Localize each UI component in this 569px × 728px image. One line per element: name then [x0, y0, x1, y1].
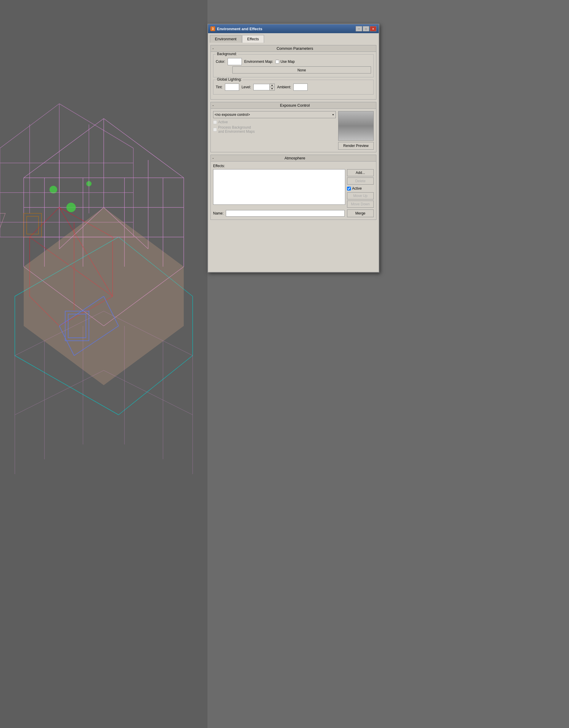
exposure-dropdown[interactable]: <no exposure control> ▼: [213, 111, 336, 118]
render-preview-button[interactable]: Render Preview: [338, 142, 374, 150]
ambient-color-swatch[interactable]: [293, 84, 308, 91]
atmosphere-active-label: Active: [352, 186, 362, 191]
exposure-checkboxes: Active Process Backgroundand Environment…: [213, 120, 336, 134]
tab-effects[interactable]: Effects: [242, 35, 264, 43]
exposure-title: Exposure Control: [215, 103, 374, 108]
common-params-body: Background: Color: Environment Map: Use …: [211, 52, 376, 99]
level-input[interactable]: 1,0: [253, 84, 270, 90]
name-input[interactable]: [226, 210, 345, 217]
section-atmosphere: - Atmosphere Effects: Add... Delete: [210, 155, 376, 220]
global-lighting-legend: Global Lighting:: [216, 77, 243, 81]
active-checkbox-row: Active: [213, 120, 336, 124]
move-up-button[interactable]: Move Up: [347, 192, 374, 199]
atmosphere-minus: -: [212, 156, 214, 160]
spinner-up[interactable]: ▲: [270, 84, 274, 87]
process-bg-row: Process Backgroundand Environment Maps: [213, 125, 336, 134]
svg-point-39: [67, 203, 76, 212]
atmosphere-header[interactable]: - Atmosphere: [211, 155, 376, 161]
exposure-left: <no exposure control> ▼ Active Proce: [213, 111, 336, 134]
svg-point-37: [50, 186, 57, 193]
delete-button[interactable]: Delete: [347, 177, 374, 185]
effects-list-label: Effects:: [213, 164, 374, 168]
env-map-row: None: [216, 66, 371, 73]
level-spinner: 1,0 ▲ ▼: [253, 84, 275, 91]
exposure-header[interactable]: - Exposure Control: [211, 102, 376, 109]
use-map-group: Use Map: [275, 60, 295, 64]
use-map-label: Use Map: [280, 60, 295, 64]
app-icon: 3: [210, 26, 215, 31]
exposure-minus: -: [212, 103, 214, 108]
render-preview-box: [338, 111, 374, 141]
viewport-background: [0, 0, 207, 728]
common-params-minus: -: [212, 47, 214, 51]
active-checkbox-atmosphere: Active: [347, 186, 374, 191]
exposure-right: Render Preview: [338, 111, 374, 150]
dropdown-arrow-icon: ▼: [332, 113, 334, 116]
exposure-active-checkbox[interactable]: [213, 120, 217, 124]
section-exposure: - Exposure Control <no exposure control>…: [210, 102, 376, 152]
tint-color-swatch[interactable]: [225, 84, 239, 91]
dialog-window: 3 Environment and Effects ─ □ ✕ Environm…: [207, 24, 379, 273]
use-map-checkbox[interactable]: [275, 60, 279, 64]
tab-environment[interactable]: Environment: [210, 35, 242, 43]
color-label: Color:: [216, 60, 225, 64]
title-controls: ─ □ ✕: [356, 26, 376, 31]
title-bar: 3 Environment and Effects ─ □ ✕: [208, 24, 379, 33]
effects-list[interactable]: [213, 169, 345, 205]
spinner-down[interactable]: ▼: [270, 87, 274, 90]
atmosphere-title: Atmosphere: [215, 156, 374, 160]
background-color-swatch[interactable]: [228, 58, 242, 65]
dialog-title: Environment and Effects: [217, 27, 262, 31]
exposure-dropdown-value: <no exposure control>: [215, 113, 250, 117]
atmosphere-body: Effects: Add... Delete Active: [211, 161, 376, 220]
process-bg-checkbox[interactable]: [213, 128, 217, 132]
section-common-params: - Common Parameters Background: Color: E…: [210, 45, 376, 100]
background-group: Background: Color: Environment Map: Use …: [213, 54, 374, 77]
title-bar-left: 3 Environment and Effects: [210, 26, 262, 31]
level-label: Level:: [242, 85, 251, 89]
name-label: Name:: [213, 211, 223, 215]
minimize-button[interactable]: ─: [356, 26, 362, 31]
background-legend: Background:: [216, 52, 238, 56]
add-button[interactable]: Add...: [347, 169, 374, 176]
process-bg-label: Process Backgroundand Environment Maps: [218, 125, 255, 134]
color-row: Color: Environment Map: Use Map: [216, 58, 371, 65]
atmosphere-active-checkbox[interactable]: [347, 187, 351, 191]
close-button[interactable]: ✕: [370, 26, 376, 31]
merge-button[interactable]: Merge: [347, 209, 374, 217]
bottom-area: [210, 222, 376, 270]
name-row: Name: Merge: [213, 209, 374, 217]
effects-buttons: Add... Delete Active Move Up: [347, 169, 374, 208]
global-lighting-group: Global Lighting: Tint: Level: 1,0 ▲ ▼: [213, 80, 374, 95]
ambient-label: Ambient:: [277, 85, 291, 89]
env-map-label: Environment Map:: [244, 60, 273, 64]
common-params-title: Common Parameters: [215, 46, 374, 51]
common-params-header[interactable]: - Common Parameters: [211, 45, 376, 52]
exposure-active-label: Active: [218, 120, 228, 124]
dialog-content: - Common Parameters Background: Color: E…: [208, 43, 379, 272]
lighting-row: Tint: Level: 1,0 ▲ ▼ Ambient:: [216, 84, 371, 91]
spinner-arrows: ▲ ▼: [270, 84, 275, 91]
tab-bar: Environment Effects: [208, 33, 379, 43]
maximize-button[interactable]: □: [363, 26, 369, 31]
move-down-button[interactable]: Move Down: [347, 201, 374, 208]
env-map-button[interactable]: None: [232, 66, 371, 73]
exposure-row: <no exposure control> ▼ Active Proce: [213, 111, 374, 150]
exposure-body: <no exposure control> ▼ Active Proce: [211, 109, 376, 152]
effects-area: Add... Delete Active Move Up: [213, 169, 374, 208]
tint-label: Tint:: [216, 85, 223, 89]
